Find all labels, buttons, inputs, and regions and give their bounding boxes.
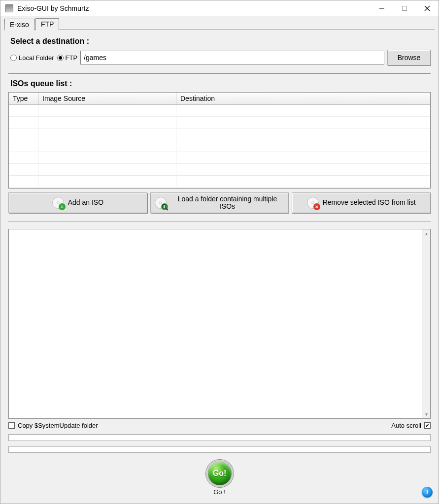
app-window: Exiso-GUI by Schmurtz E-xiso FTP Select … [0,0,439,504]
titlebar: Exiso-GUI by Schmurtz [0,0,439,16]
tab-bar: E-xiso FTP [4,18,435,30]
table-body [9,105,430,188]
table-row[interactable] [9,176,430,188]
queue-buttons-row: + Add an ISO + Load a folder containing … [8,192,431,213]
go-button[interactable]: Go! [206,460,234,487]
tab-exiso[interactable]: E-xiso [4,19,34,31]
disc-remove-icon: × [307,197,319,209]
scroll-up-icon[interactable]: ▴ [422,229,430,238]
table-row[interactable] [9,140,430,152]
svg-line-5 [166,208,168,210]
progress-bar-1 [8,434,431,441]
divider [8,221,431,222]
info-icon[interactable]: i [422,487,433,498]
info-glyph: i [426,488,428,496]
table-row[interactable] [9,164,430,176]
copy-systemupdate-checkbox[interactable] [8,422,15,429]
checkbox-label: Auto scroll [391,422,421,429]
options-row: Copy $SystemUpdate folder Auto scroll [8,422,431,429]
destination-heading: Select a destination : [10,37,431,46]
button-label: Load a folder containing multiple ISOs [170,195,285,211]
radio-icon [10,55,17,61]
svg-point-4 [162,204,166,208]
disc-add-icon: + [52,197,64,209]
iso-queue-table[interactable]: Type Image Source Destination [8,92,431,189]
auto-scroll-checkbox[interactable] [424,422,431,429]
radio-ftp[interactable]: FTP [57,54,78,62]
go-label: Go ! [213,488,226,496]
add-iso-button[interactable]: + Add an ISO [8,192,147,213]
checkbox-label: Copy $SystemUpdate folder [18,422,98,429]
col-type[interactable]: Type [9,93,38,104]
col-image-source[interactable]: Image Source [38,93,176,104]
col-destination[interactable]: Destination [176,93,430,104]
queue-heading: ISOs queue list : [10,79,431,88]
radio-label: Local Folder [19,54,54,62]
maximize-button[interactable] [393,0,416,16]
window-title: Exiso-GUI by Schmurtz [17,4,89,12]
tab-label: E-xiso [10,21,29,29]
radio-icon [57,55,64,61]
button-label: Add an ISO [68,199,103,206]
load-folder-button[interactable]: + Load a folder containing multiple ISOs [150,192,289,213]
table-row[interactable] [9,128,430,140]
scroll-down-icon[interactable]: ▾ [422,410,430,418]
remove-iso-button[interactable]: × Remove selected ISO from list [292,192,431,213]
destination-path-input[interactable] [80,51,384,64]
browse-button[interactable]: Browse [387,50,431,65]
tab-panel-exiso: Select a destination : Local Folder FTP … [4,30,435,500]
minimize-button[interactable] [371,0,393,16]
log-textarea[interactable]: ▴ ▾ [8,229,431,419]
radio-label: FTP [66,54,78,62]
destination-row: Local Folder FTP Browse [10,50,431,65]
button-label: Browse [398,54,421,62]
table-row[interactable] [9,105,430,117]
table-row[interactable] [9,152,430,164]
table-header: Type Image Source Destination [9,93,430,105]
go-area: Go! Go ! [8,460,431,496]
disc-search-icon: + [155,197,167,209]
app-icon [5,4,13,12]
divider [8,73,431,74]
table-row[interactable] [9,117,430,128]
radio-local-folder[interactable]: Local Folder [10,54,54,62]
tab-ftp[interactable]: FTP [35,18,59,30]
scrollbar[interactable]: ▴ ▾ [422,229,430,418]
button-label: Remove selected ISO from list [323,199,416,206]
go-button-text: Go! [213,469,227,478]
tab-label: FTP [41,20,54,28]
client-area: E-xiso FTP Select a destination : Local … [0,16,439,504]
progress-bar-2 [8,446,431,453]
close-button[interactable] [416,0,439,16]
svg-rect-1 [403,6,407,10]
